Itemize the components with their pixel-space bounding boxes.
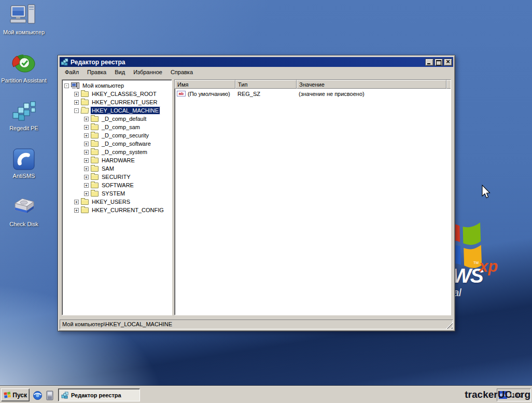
tree-item-hkey-classes-root[interactable]: +HKEY_CLASSES_ROOT [63, 90, 171, 98]
tree-item-label[interactable]: HARDWARE [101, 157, 136, 164]
folder-icon [91, 183, 99, 188]
column-name[interactable]: Имя [175, 80, 235, 89]
tree-item-sam[interactable]: +SAM [63, 164, 171, 173]
folder-icon [91, 158, 99, 163]
expand-box-icon[interactable]: + [84, 117, 89, 121]
tree-item-hkey-current-user[interactable]: +HKEY_CURRENT_USER [63, 98, 171, 106]
tree-item-label[interactable]: Мой компьютер [81, 82, 125, 89]
quicklaunch-floppy-icon[interactable] [45, 390, 55, 400]
tree-item-label[interactable]: HKEY_CURRENT_CONFIG [91, 206, 165, 214]
tree-view[interactable]: -Мой компьютер+HKEY_CLASSES_ROOT+HKEY_CU… [62, 79, 172, 315]
tree-item-label[interactable]: HKEY_USERS [91, 198, 131, 205]
desktop-icon-regedit-pe[interactable]: Regedit PE [0, 99, 48, 131]
tree-item-software[interactable]: +SOFTWARE [63, 181, 171, 189]
folder-open-icon [80, 108, 89, 114]
tree-item-hardware[interactable]: +HARDWARE [63, 156, 171, 164]
menu-view[interactable]: Вид [110, 67, 129, 77]
logo-windows-text: WS [452, 265, 483, 287]
tree-item-label[interactable]: SOFTWARE [101, 182, 135, 189]
folder-icon [81, 199, 89, 205]
windows-flag-icon [4, 392, 11, 398]
maximize-button[interactable] [435, 59, 443, 66]
expand-box-icon[interactable]: + [84, 183, 89, 188]
folder-icon [81, 100, 89, 105]
expand-box-icon[interactable]: + [84, 175, 89, 179]
start-label: Пуск [12, 392, 27, 399]
expand-box-icon[interactable]: + [84, 150, 89, 155]
tree-item-hkey-local-machine[interactable]: -HKEY_LOCAL_MACHINE [63, 106, 171, 115]
minimize-button[interactable] [425, 59, 433, 66]
taskbar-button-regedit[interactable]: Редактор реестра [58, 388, 140, 401]
folder-icon [81, 207, 89, 213]
value-list[interactable]: Имя Тип Значение ab (По умолчанию) REG_S… [174, 79, 451, 315]
tree-item-hkey-current-config[interactable]: +HKEY_CURRENT_CONFIG [63, 206, 171, 214]
tree-item--d-comp-default[interactable]: +_D_comp_default [63, 115, 171, 123]
expand-box-icon[interactable]: + [84, 191, 89, 196]
logo-tm-text: TM [473, 261, 479, 265]
expand-box-icon[interactable]: + [74, 208, 79, 213]
tree-item-label[interactable]: SAM [101, 165, 115, 172]
tree-item-label[interactable]: _D_comp_software [101, 140, 152, 147]
tree-item--d-comp-sam[interactable]: +_D_comp_sam [63, 123, 171, 131]
desktop-icon-label: AntiSMS [0, 173, 48, 179]
tree-item-label[interactable]: HKEY_CLASSES_ROOT [91, 90, 158, 98]
tree-item--d-comp-security[interactable]: +_D_comp_security [63, 131, 171, 140]
desktop-icon-antisms[interactable]: AntiSMS [0, 147, 48, 179]
tree-item-label[interactable]: HKEY_CURRENT_USER [91, 99, 159, 106]
quicklaunch-explorer-icon[interactable] [32, 390, 43, 400]
tree-item-label[interactable]: SYSTEM [101, 190, 126, 197]
expand-box-icon[interactable]: + [84, 133, 89, 138]
tree-item-label[interactable]: HKEY_LOCAL_MACHINE [91, 107, 160, 114]
tree-item-label[interactable]: SECURITY [101, 173, 132, 180]
tree-item--d-comp-system[interactable]: +_D_comp_system [63, 148, 171, 156]
desktop-icon-label: Partition Assistant [0, 77, 48, 84]
menu-edit[interactable]: Правка [83, 67, 110, 77]
tree-item-label[interactable]: _D_comp_system [101, 148, 148, 156]
menu-file[interactable]: Файл [61, 67, 83, 77]
expand-box-icon[interactable]: + [84, 125, 89, 130]
close-button[interactable] [444, 59, 452, 66]
desktop-icon-partition-assistant[interactable]: Partition Assistant [0, 51, 48, 84]
desktop-icon-label: Мой компьютер [0, 29, 48, 35]
status-path: Мой компьютер\HKEY_LOCAL_MACHINE [62, 321, 172, 327]
tree-item--d-comp-software[interactable]: +_D_comp_software [63, 140, 171, 148]
partition-assistant-icon [0, 51, 48, 76]
tree-item-мой-компьютер[interactable]: -Мой компьютер [63, 81, 171, 90]
expand-box-icon[interactable]: + [74, 200, 79, 204]
desktop-icon-check-disk[interactable]: Check Disk [0, 195, 48, 227]
expand-box-icon[interactable]: + [74, 100, 79, 105]
menu-favorites[interactable]: Избранное [129, 67, 166, 77]
taskbar-button-label: Редактор реестра [71, 392, 121, 398]
title-bar[interactable]: Редактор реестра [60, 57, 453, 67]
tree-item-label[interactable]: _D_comp_sam [101, 123, 141, 131]
tree-item-hkey-users[interactable]: +HKEY_USERS [63, 198, 171, 206]
tree-item-security[interactable]: +SECURITY [63, 173, 171, 181]
expand-box-icon[interactable]: + [84, 166, 89, 171]
expand-box-icon[interactable]: + [84, 158, 89, 163]
antisms-phone-icon [0, 147, 48, 172]
column-value[interactable]: Значение [297, 80, 446, 89]
column-filler [446, 80, 451, 89]
list-row[interactable]: ab (По умолчанию) REG_SZ (значение не пр… [175, 89, 451, 98]
column-type[interactable]: Тип [235, 80, 297, 89]
collapse-box-icon[interactable]: - [64, 84, 69, 88]
window-title: Редактор реестра [71, 59, 424, 66]
tree-item-system[interactable]: +SYSTEM [63, 189, 171, 198]
menu-help[interactable]: Справка [166, 67, 197, 77]
expand-box-icon[interactable]: + [84, 142, 89, 146]
expand-box-icon[interactable]: + [74, 92, 79, 96]
value-type: REG_SZ [235, 91, 297, 97]
status-bar: Мой компьютер\HKEY_LOCAL_MACHINE [60, 318, 453, 329]
regedit-icon [61, 392, 69, 399]
tree-item-label[interactable]: _D_comp_default [101, 115, 147, 122]
check-disk-drive-icon [0, 195, 48, 220]
desktop-icon-my-computer[interactable]: Мой компьютер [0, 3, 48, 35]
folder-icon [91, 166, 99, 172]
collapse-box-icon[interactable]: - [74, 108, 79, 113]
start-button[interactable]: Пуск [1, 388, 30, 401]
regedit-cubes-icon [0, 99, 48, 124]
regedit-window: Редактор реестра Файл Правка Вид Избранн… [58, 55, 455, 331]
tree-item-label[interactable]: _D_comp_security [101, 132, 150, 139]
mouse-cursor [481, 185, 492, 202]
resize-grip[interactable] [446, 322, 453, 329]
